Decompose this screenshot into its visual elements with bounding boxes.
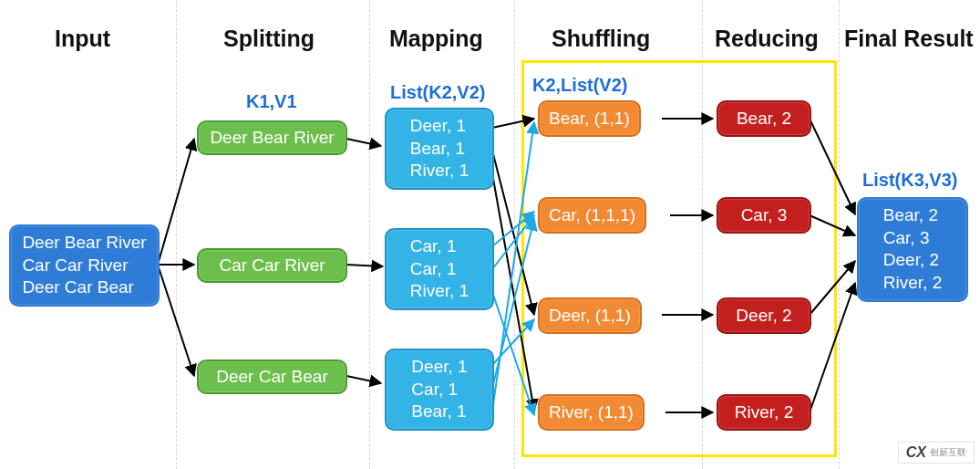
map-0: Deer, 1 Bear, 1 River, 1 [385, 108, 494, 190]
header-shuffling: Shuffling [552, 26, 650, 52]
watermark-logo-icon: CX [906, 444, 926, 461]
split-0: Deer Bear River [197, 120, 347, 155]
reduce-0: Bear, 2 [717, 100, 811, 137]
split-1: Car Car River [197, 248, 347, 283]
header-splitting: Splitting [223, 26, 315, 52]
header-input: Input [55, 26, 110, 52]
map-2: Deer, 1 Car, 1 Bear, 1 [385, 349, 494, 431]
sub-listk3v3: List(K3,V3) [862, 170, 957, 191]
watermark-brand: 创新互联 [930, 446, 966, 459]
map-1: Car, 1 Car, 1 River, 1 [385, 228, 494, 310]
sub-listk2v2: List(K2,V2) [390, 82, 485, 103]
svg-line-5 [346, 376, 381, 383]
input-block: Deer Bear River Car Car River Deer Car B… [9, 224, 160, 307]
svg-line-3 [346, 139, 381, 146]
shuffle-1: Car, (1,1,1) [538, 197, 646, 234]
shuffle-3: River, (1,1) [538, 394, 645, 431]
svg-line-4 [346, 265, 383, 266]
shuffle-2: Deer, (1,1) [538, 297, 642, 334]
final-block: Bear, 2 Car, 3 Deer, 2 River, 2 [857, 197, 968, 302]
sub-k1v1: K1,V1 [246, 91, 297, 112]
header-final: Final Result [844, 26, 974, 52]
reduce-1: Car, 3 [717, 197, 811, 234]
header-reducing: Reducing [715, 26, 819, 52]
shuffle-0: Bear, (1,1) [538, 100, 641, 137]
watermark: CX 创新互联 [898, 442, 975, 464]
reduce-3: River, 2 [717, 394, 811, 431]
reduce-2: Deer, 2 [717, 297, 811, 334]
split-2: Deer Car Bear [197, 360, 347, 394]
header-mapping: Mapping [389, 26, 483, 52]
